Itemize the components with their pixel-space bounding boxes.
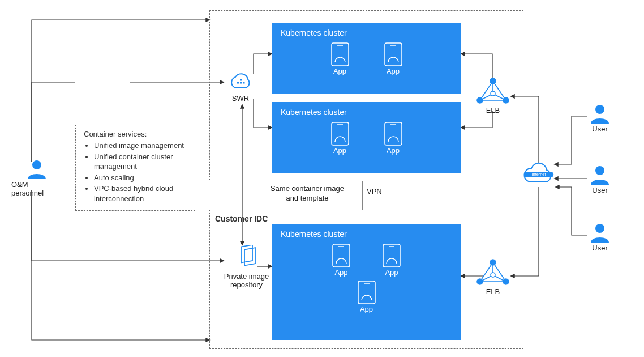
swr-service: SWR — [227, 73, 254, 103]
app-item: App — [384, 121, 403, 155]
svg-point-37 — [595, 224, 604, 233]
svg-rect-25 — [358, 281, 375, 304]
user-icon — [589, 102, 611, 125]
svg-rect-5 — [332, 43, 349, 66]
internet-label: Internet — [524, 172, 553, 177]
services-title: Container services: — [84, 130, 189, 138]
app-item: App — [384, 42, 403, 75]
service-item: Unified container cluster management — [94, 152, 189, 172]
cluster-title: Kubernetes cluster — [281, 108, 452, 117]
svg-rect-3 — [243, 82, 245, 84]
svg-rect-2 — [240, 82, 242, 84]
app-label: App — [387, 67, 400, 75]
svg-point-17 — [491, 91, 495, 96]
app-icon — [330, 121, 350, 146]
customer-idc-title: Customer IDC — [215, 214, 268, 223]
om-label: O&M personnel — [11, 180, 62, 197]
app-label: App — [333, 146, 346, 155]
private-repo-label: Private image repository — [224, 272, 269, 289]
service-item: Auto scaling — [94, 173, 189, 183]
svg-point-0 — [32, 160, 41, 169]
private-image-repo: Private image repository — [220, 245, 273, 289]
app-item: App — [357, 280, 376, 313]
k8s-cluster-top: Kubernetes cluster App App — [272, 23, 461, 94]
app-icon — [357, 280, 376, 305]
app-label: App — [333, 67, 346, 75]
svg-point-30 — [477, 279, 483, 284]
svg-point-14 — [490, 78, 496, 84]
elb-label: ELB — [486, 287, 500, 296]
user-top: User — [589, 102, 611, 133]
internet-cloud: Internet — [521, 162, 557, 188]
user-icon — [589, 163, 611, 186]
app-icon — [384, 121, 403, 146]
svg-point-36 — [595, 166, 604, 175]
swr-icon — [227, 73, 254, 94]
elb-label: ELB — [486, 106, 500, 114]
services-list: Unified image management Unified contain… — [84, 141, 189, 203]
app-label: App — [387, 146, 400, 155]
app-item: App — [330, 121, 350, 155]
svg-point-31 — [491, 273, 495, 277]
svg-rect-9 — [332, 122, 349, 145]
elb-icon — [476, 259, 509, 287]
app-item: App — [382, 243, 401, 277]
svg-rect-4 — [240, 79, 242, 81]
svg-rect-1 — [237, 82, 239, 84]
om-personnel: O&M personnel — [11, 158, 62, 197]
swr-label: SWR — [232, 94, 249, 103]
service-item: VPC-based hybrid cloud interconnection — [94, 184, 189, 203]
app-item: App — [330, 42, 350, 75]
svg-point-29 — [503, 279, 509, 284]
repository-icon — [233, 245, 260, 272]
user-bottom: User — [589, 221, 611, 252]
user-label: User — [592, 125, 607, 133]
k8s-cluster-mid: Kubernetes cluster App App — [272, 102, 461, 173]
svg-rect-23 — [383, 244, 400, 267]
svg-rect-21 — [333, 244, 350, 267]
elb-bottom: ELB — [476, 259, 509, 296]
user-icon — [25, 158, 48, 180]
svg-point-35 — [595, 105, 604, 114]
same-template-label: Same container image and template — [259, 184, 355, 203]
svg-point-16 — [477, 97, 483, 103]
app-label: App — [385, 268, 398, 277]
elb-icon — [476, 78, 509, 106]
diagram-canvas: O&M personnel Container services: Unifie… — [0, 0, 644, 357]
svg-point-28 — [490, 260, 496, 265]
user-label: User — [592, 244, 607, 252]
app-label: App — [360, 305, 373, 313]
user-icon — [589, 221, 611, 244]
svg-rect-11 — [385, 122, 402, 145]
service-item: Unified image management — [94, 141, 189, 151]
cluster-title: Kubernetes cluster — [281, 230, 452, 239]
app-item: App — [332, 243, 351, 277]
cluster-title: Kubernetes cluster — [281, 28, 452, 37]
vpn-label: VPN — [367, 187, 382, 197]
container-services-box: Container services: Unified image manage… — [75, 125, 195, 211]
elb-top: ELB — [476, 78, 509, 114]
svg-rect-7 — [385, 43, 402, 66]
app-icon — [384, 42, 403, 67]
svg-point-15 — [503, 97, 509, 103]
app-icon — [382, 243, 401, 268]
user-label: User — [592, 186, 607, 194]
app-label: App — [334, 268, 347, 277]
app-icon — [332, 243, 351, 268]
k8s-cluster-bottom: Kubernetes cluster App App App — [272, 224, 461, 340]
app-icon — [330, 42, 350, 67]
user-mid: User — [589, 163, 611, 194]
